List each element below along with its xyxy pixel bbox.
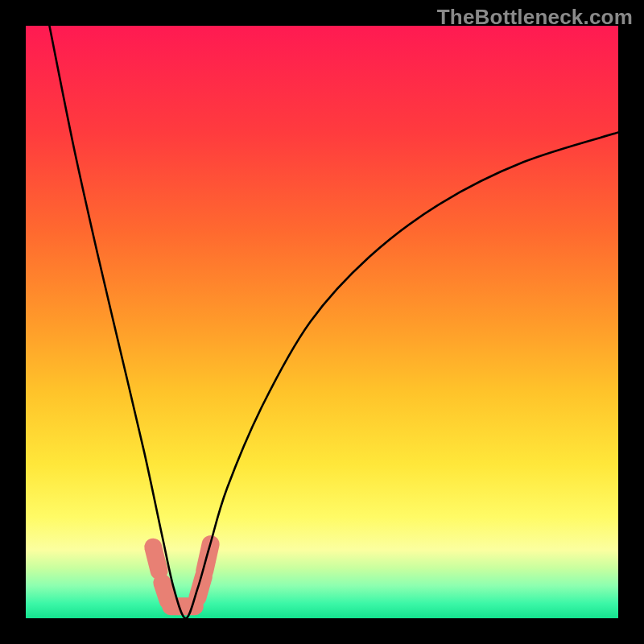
watermark-text: TheBottleneck.com xyxy=(437,5,633,30)
chart-frame: TheBottleneck.com xyxy=(0,0,644,644)
valley-marker-segment xyxy=(162,583,167,601)
chart-svg xyxy=(26,26,618,618)
plot-area xyxy=(26,26,618,618)
gradient-background xyxy=(26,26,618,618)
valley-marker-segment xyxy=(153,547,159,571)
